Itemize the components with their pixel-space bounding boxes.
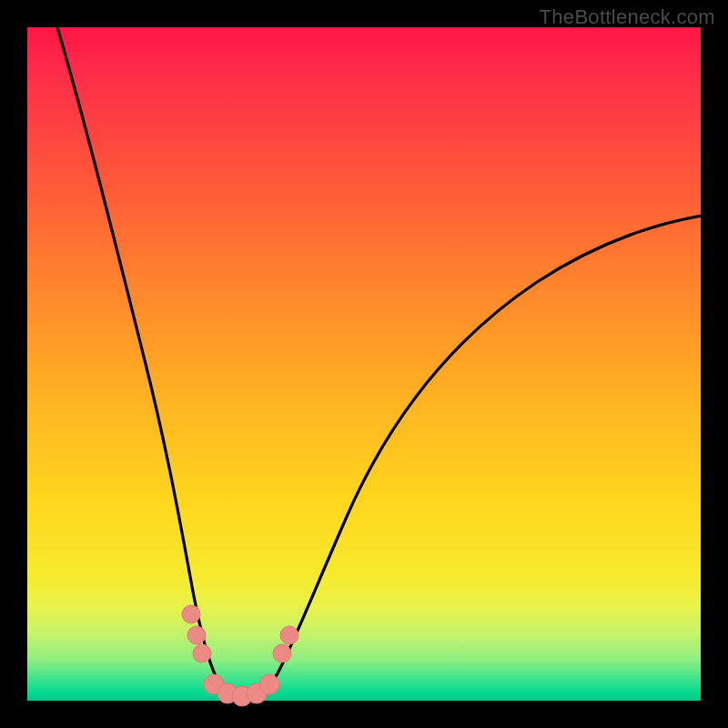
svg-point-9 (280, 626, 298, 644)
svg-point-8 (273, 644, 291, 662)
watermark-text: TheBottleneck.com (540, 5, 715, 29)
svg-point-7 (259, 674, 279, 694)
bottleneck-plot (27, 27, 701, 701)
svg-point-2 (193, 644, 211, 662)
chart-frame (27, 27, 701, 701)
svg-point-0 (182, 605, 200, 623)
bottleneck-curve (55, 18, 714, 696)
svg-point-1 (187, 626, 206, 644)
